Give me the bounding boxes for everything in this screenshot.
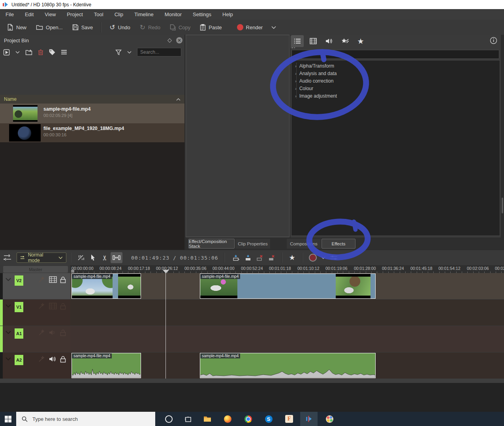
paste-button[interactable]: Paste — [195, 21, 226, 33]
taskbar-search-input[interactable] — [32, 416, 128, 422]
effect-category-row[interactable]: › Alpha/Transform — [291, 62, 500, 70]
selection-tool-icon[interactable] — [87, 252, 99, 263]
collapse-chevron-icon[interactable] — [6, 278, 11, 281]
f-app-icon[interactable]: F — [284, 414, 294, 424]
undo-button[interactable]: ↺ Undo — [105, 21, 135, 33]
track-a1[interactable] — [70, 326, 504, 352]
collapse-chevron-icon[interactable] — [6, 331, 11, 334]
start-button-icon[interactable] — [3, 414, 13, 424]
master-track-button[interactable]: Master — [3, 266, 68, 273]
track-a2[interactable]: sample-mp4-file.mp4 sample-mp4-file.mp4 — [70, 352, 504, 379]
tab-effect-composition-stack[interactable]: Effect/Composition Stack — [188, 239, 235, 249]
audio-track-icon[interactable] — [49, 356, 56, 362]
track-target-strip[interactable] — [0, 273, 3, 299]
track-config-icon[interactable] — [3, 254, 12, 262]
copy-button[interactable]: Copy — [165, 21, 195, 33]
paint-icon[interactable] — [325, 414, 334, 424]
menu-item-settings[interactable]: Settings — [187, 11, 217, 17]
record-chevron-icon[interactable] — [321, 256, 325, 259]
track-header-v1[interactable]: V1 — [0, 300, 70, 326]
redo-button[interactable]: ↻ Redo — [135, 21, 165, 33]
lock-icon[interactable] — [60, 329, 66, 336]
track-badge[interactable]: V1 — [15, 302, 23, 312]
float-panel-icon[interactable] — [167, 38, 172, 43]
kdenlive-taskbar-button[interactable] — [300, 412, 318, 426]
track-header-a2[interactable]: A2 — [0, 352, 70, 379]
video-track-icon[interactable] — [49, 303, 57, 309]
extract-zone-icon[interactable] — [254, 252, 266, 263]
taskbar-search[interactable] — [16, 412, 155, 426]
transitions-icon[interactable] — [339, 35, 351, 47]
favorite-effects-button[interactable]: ★ — [286, 252, 298, 263]
effect-category-row[interactable]: › Analysis and data — [291, 70, 500, 77]
firefox-icon[interactable] — [223, 414, 232, 424]
menu-item-help[interactable]: Help — [217, 11, 239, 17]
record-button[interactable] — [307, 252, 319, 263]
menu-item-timeline[interactable]: Timeline — [129, 11, 159, 17]
timeline-horizontal-scrollbar[interactable] — [0, 379, 504, 383]
render-button[interactable]: Render — [232, 21, 268, 33]
video-effects-icon[interactable] — [307, 35, 320, 47]
track-target-strip[interactable] — [0, 326, 3, 352]
favorite-effects-icon[interactable]: ★ — [354, 35, 367, 47]
vertical-scrollbar[interactable] — [501, 35, 504, 250]
filter-icon[interactable] — [115, 49, 122, 55]
insert-zone-icon[interactable] — [230, 252, 242, 263]
open-button[interactable]: Open... — [31, 21, 68, 33]
razor-tool-icon[interactable]: ✂ — [99, 252, 111, 263]
effects-wand-icon[interactable] — [38, 329, 45, 336]
collapse-chevron-icon[interactable] — [6, 357, 11, 361]
track-badge[interactable]: A1 — [15, 328, 23, 339]
close-panel-icon[interactable]: ✕ — [176, 37, 182, 43]
cortana-icon[interactable] — [164, 414, 173, 424]
tag-icon[interactable] — [49, 49, 55, 55]
effects-wand-icon[interactable] — [38, 276, 45, 283]
bin-column-header[interactable]: Name — [0, 95, 184, 104]
info-icon[interactable] — [490, 37, 497, 44]
lock-icon[interactable] — [60, 303, 66, 310]
video-track-icon[interactable] — [49, 276, 57, 283]
track-badge[interactable]: A2 — [15, 355, 23, 365]
track-header-v2[interactable]: V2 — [0, 273, 70, 299]
effects-wand-icon[interactable] — [38, 356, 45, 363]
track-header-a1[interactable]: A1 — [0, 326, 70, 352]
timeline-clip-audio[interactable]: sample-mp4-file.mp4 — [200, 353, 376, 378]
add-clip-chevron-icon[interactable] — [15, 51, 20, 54]
show-all-effects-icon[interactable] — [291, 35, 304, 47]
timeline-ruler[interactable]: 00:00:00:00 00:00:08:24 00:00:17:18 00:0… — [70, 265, 504, 273]
tab-compositions[interactable]: Compositions — [287, 239, 321, 249]
filter-chevron-icon[interactable] — [127, 51, 132, 54]
render-dropdown-chevron-icon[interactable] — [271, 26, 276, 29]
menu-item-monitor[interactable]: Monitor — [159, 11, 187, 17]
track-v1[interactable] — [70, 300, 504, 326]
effect-category-row[interactable]: › Colour — [291, 85, 500, 92]
bin-clip-row[interactable]: file_example_MP4_1920_18MG.mp4 00:00:30:… — [0, 123, 184, 142]
effects-search-input[interactable] — [291, 50, 499, 59]
track-v2[interactable]: sample-mp4-file.mp4 sample-mp4-file.mp4 — [70, 273, 504, 299]
mix-tool-icon[interactable] — [75, 252, 87, 263]
effects-wand-icon[interactable] — [38, 303, 45, 310]
tab-clip-properties[interactable]: Clip Properties — [235, 239, 270, 249]
spacer-tool-icon[interactable] — [111, 252, 122, 263]
menu-item-edit[interactable]: Edit — [19, 11, 39, 17]
create-folder-icon[interactable] — [25, 49, 32, 55]
sort-chevron-up-icon[interactable] — [176, 98, 181, 101]
skype-icon[interactable]: S — [264, 414, 273, 424]
lock-icon[interactable] — [60, 356, 66, 363]
lift-zone-icon[interactable] — [266, 252, 278, 263]
timeline-clip-video[interactable]: sample-mp4-file.mp4 — [200, 273, 376, 299]
track-badge[interactable]: V2 — [15, 275, 23, 286]
track-target-strip[interactable] — [0, 352, 3, 379]
save-button[interactable]: Save — [68, 21, 98, 33]
lock-icon[interactable] — [60, 276, 66, 283]
playhead-marker[interactable] — [163, 270, 169, 273]
task-view-icon[interactable] — [183, 414, 192, 424]
scrollbar-thumb[interactable] — [502, 198, 503, 213]
file-explorer-icon[interactable] — [203, 414, 212, 424]
playhead-line[interactable] — [165, 273, 166, 379]
menu-item-clip[interactable]: Clip — [109, 11, 129, 17]
audio-track-icon[interactable] — [49, 329, 56, 336]
menu-item-project[interactable]: Project — [61, 11, 88, 17]
effect-category-row[interactable]: › Image adjustment — [291, 92, 500, 100]
timeline-clip-video[interactable]: sample-mp4-file.mp4 — [71, 273, 141, 299]
